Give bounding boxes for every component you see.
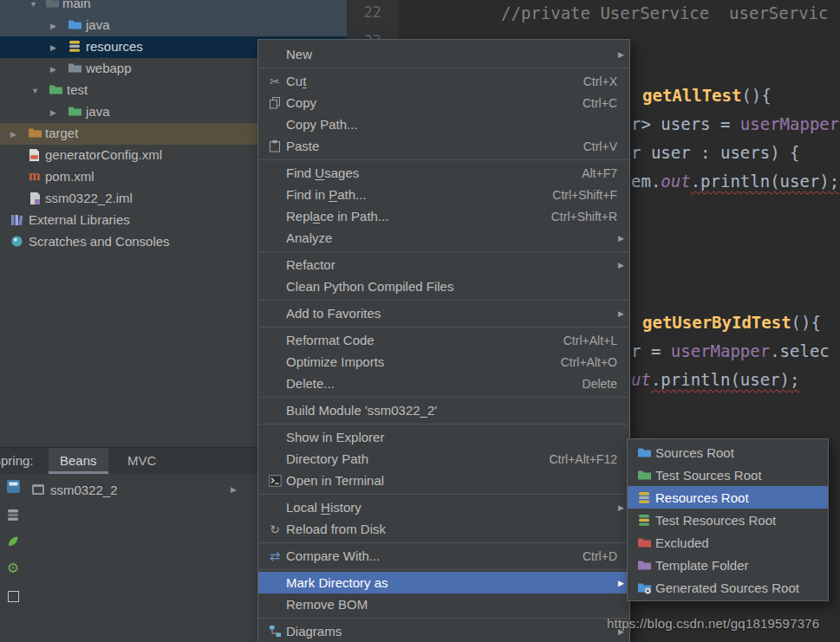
- tree-item-main[interactable]: ▼main: [0, 0, 347, 15]
- menu-item-generated-sources-root[interactable]: Generated Sources Root: [628, 576, 828, 599]
- leaf-green-tool-button[interactable]: [4, 533, 22, 550]
- menu-item-label: Template Folder: [655, 558, 749, 573]
- chevron-right-icon[interactable]: ▶: [231, 485, 237, 494]
- menu-item-icon: ↻: [265, 522, 284, 536]
- menu-item-delete[interactable]: Delete...Delete: [258, 373, 629, 394]
- tree-item-java[interactable]: ▶java: [0, 15, 347, 36]
- menu-item-diagrams[interactable]: Diagrams▶: [258, 620, 629, 642]
- menu-item-optimize-imports[interactable]: Optimize ImportsCtrl+Alt+O: [258, 351, 629, 373]
- menu-item-clean-python-compiled-files[interactable]: Clean Python Compiled Files: [258, 276, 629, 297]
- menu-item-remove-bom[interactable]: Remove BOM: [258, 593, 629, 615]
- menu-item-analyze[interactable]: Analyze▶: [258, 227, 629, 249]
- menu-item-open-in-terminal[interactable]: Open in Terminal: [258, 470, 629, 491]
- menu-item-template-folder[interactable]: Template Folder: [628, 554, 828, 576]
- panel-blue-icon: [6, 479, 21, 494]
- menu-item-reload-from-disk[interactable]: ↻Reload from Disk: [258, 518, 629, 540]
- chevron-right-icon[interactable]: ▶: [50, 65, 56, 74]
- folder-gen-icon: [637, 581, 652, 594]
- menu-item-icon: [265, 598, 284, 612]
- leaf-green-icon: [6, 535, 20, 548]
- menu-item-icon: [265, 431, 284, 444]
- menu-item-icon: [265, 96, 284, 110]
- menu-item-excluded[interactable]: Excluded: [628, 531, 828, 554]
- menu-item-icon: [265, 452, 284, 466]
- menu-item-label: Sources Root: [655, 445, 734, 460]
- spring-module-label: ssm0322_2: [50, 483, 118, 497]
- menu-item-cut[interactable]: ✂CutCtrl+X: [258, 70, 629, 92]
- menu-item-resources-root[interactable]: Resources Root: [628, 486, 828, 509]
- iml-file-icon: [29, 191, 43, 205]
- stack-gray-icon: [6, 509, 20, 522]
- tree-item-label: java: [86, 17, 110, 32]
- gear-green-tool-button[interactable]: ⚙: [4, 560, 22, 577]
- menu-item-compare-with[interactable]: ⇄Compare With...Ctrl+D: [258, 545, 629, 567]
- menu-item-add-to-favorites[interactable]: Add to Favorites▶: [258, 302, 629, 324]
- menu-item-show-in-explorer[interactable]: Show in Explorer: [258, 426, 629, 448]
- square-pale-tool-button[interactable]: [4, 587, 22, 605]
- module-icon: [31, 483, 45, 496]
- menu-item-icon: [265, 307, 284, 321]
- menu-item-label: Reload from Disk: [286, 522, 386, 536]
- folder-green-icon: [637, 469, 652, 482]
- stack-gray-tool-button[interactable]: [4, 506, 22, 523]
- menu-item-directory-path[interactable]: Directory PathCtrl+Alt+F12: [258, 448, 629, 470]
- menu-item-icon: [265, 474, 284, 488]
- menu-item-icon: [635, 535, 654, 549]
- menu-item-label: Cut: [286, 74, 306, 88]
- folder-dark-icon: [45, 0, 60, 10]
- submenu-arrow-icon: ▶: [618, 234, 624, 243]
- menu-item-local-history[interactable]: Local History▶: [258, 496, 629, 518]
- chevron-down-icon[interactable]: ▼: [31, 87, 39, 95]
- menu-item-icon: [265, 118, 284, 132]
- menu-item-icon: [265, 404, 284, 418]
- menu-item-mark-directory-as[interactable]: Mark Directory as▶: [258, 572, 629, 593]
- chevron-down-icon[interactable]: ▼: [29, 0, 37, 9]
- menu-item-test-resources-root[interactable]: Test Resources Root: [628, 509, 828, 531]
- chevron-right-icon[interactable]: ▶: [50, 108, 56, 117]
- tree-item-label: External Libraries: [29, 212, 130, 227]
- submenu-arrow-icon: ▶: [618, 309, 624, 318]
- menu-item-icon: [265, 231, 284, 245]
- menu-item-label: Delete...: [286, 376, 335, 391]
- folder-blue-icon: [637, 446, 652, 459]
- menu-item-icon: [635, 558, 654, 572]
- menu-item-label: Find Usages: [286, 165, 359, 180]
- tab-beans[interactable]: Beans: [49, 448, 108, 474]
- menu-item-label: Compare With...: [286, 548, 380, 563]
- menu-item-refactor[interactable]: Refactor▶: [258, 254, 629, 276]
- menu-item-replace-in-path[interactable]: Replace in Path...Ctrl+Shift+R: [258, 205, 629, 227]
- tool-stripe: ⚙: [3, 0, 25, 642]
- menu-item-label: Paste: [286, 139, 319, 153]
- menu-separator: [259, 542, 628, 543]
- menu-item-label: Clean Python Compiled Files: [286, 279, 453, 294]
- menu-item-build-module-ssm0322-2[interactable]: Build Module 'ssm0322_2': [258, 399, 629, 421]
- menu-item-new[interactable]: New▶: [258, 43, 629, 65]
- menu-item-label: Find in Path...: [286, 187, 367, 202]
- menu-item-label: Test Sources Root: [655, 468, 762, 483]
- menu-item-icon: [635, 468, 654, 482]
- menu-item-find-in-path[interactable]: Find in Path...Ctrl+Shift+F: [258, 184, 629, 205]
- menu-separator: [259, 300, 628, 301]
- diagram-icon: [269, 625, 282, 638]
- menu-item-find-usages[interactable]: Find UsagesAlt+F7: [258, 162, 629, 184]
- menu-item-copy[interactable]: CopyCtrl+C: [258, 92, 629, 113]
- menu-item-label: Copy: [286, 95, 316, 110]
- chevron-right-icon[interactable]: ▶: [50, 43, 56, 52]
- menu-item-sources-root[interactable]: Sources Root: [628, 441, 828, 464]
- menu-item-paste[interactable]: PasteCtrl+V: [258, 135, 629, 157]
- panel-blue-tool-button[interactable]: [4, 477, 22, 495]
- menu-item-test-sources-root[interactable]: Test Sources Root: [628, 464, 828, 486]
- menu-item-label: Optimize Imports: [286, 354, 384, 369]
- menu-item-reformat-code[interactable]: Reformat CodeCtrl+Alt+L: [258, 329, 629, 351]
- chevron-right-icon[interactable]: ▶: [50, 22, 56, 30]
- folder-gray-icon: [68, 62, 82, 75]
- menu-item-shortcut: Ctrl+V: [583, 139, 617, 153]
- submenu-arrow-icon: ▶: [618, 579, 624, 587]
- menu-item-icon: [265, 625, 284, 639]
- menu-item-copy-path[interactable]: Copy Path...: [258, 113, 629, 135]
- menu-separator: [259, 327, 628, 327]
- menu-item-shortcut: Ctrl+Alt+F12: [549, 452, 617, 466]
- copy-icon: [269, 96, 282, 109]
- tab-mvc[interactable]: MVC: [116, 448, 167, 471]
- menu-item-label: Diagrams: [286, 624, 342, 639]
